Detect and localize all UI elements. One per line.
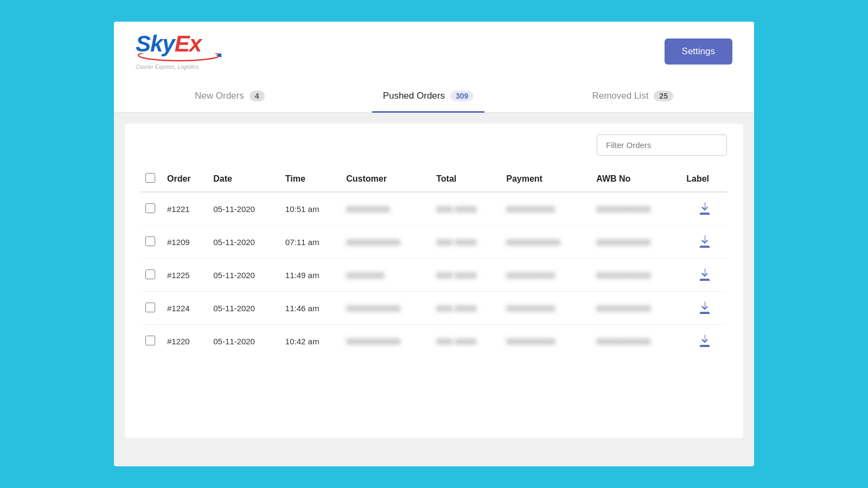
row-checkbox[interactable] [145, 236, 155, 246]
row-order: #1221 [163, 192, 209, 226]
row-payment: XXXXXXXXX [502, 259, 592, 292]
download-icon [697, 234, 712, 249]
row-label-cell [682, 226, 727, 259]
tab-removed-list[interactable]: Removed List 25 [581, 81, 684, 113]
row-awb: XXXXXXXXXX [592, 325, 682, 358]
download-icon [697, 267, 712, 282]
logo-ex: Ex [175, 31, 201, 56]
row-customer: XXXXXXXXXX [342, 226, 432, 259]
row-time: 11:46 am [281, 292, 342, 325]
row-awb: XXXXXXXXXX [592, 192, 682, 226]
row-checkbox-cell [141, 325, 163, 358]
col-time: Time [281, 166, 342, 192]
filter-row [141, 134, 727, 156]
row-order: #1225 [163, 259, 209, 292]
col-awb: AWB No [592, 166, 682, 192]
row-date: 05-11-2020 [209, 226, 281, 259]
download-label-button[interactable] [686, 267, 723, 282]
row-payment: XXXXXXXXX [502, 292, 592, 325]
tab-pushed-orders-label: Pushed Orders [383, 91, 445, 101]
row-total: XXX XXXX [432, 325, 502, 358]
tab-new-orders-label: New Orders [195, 91, 244, 101]
row-total: XXX XXXX [432, 292, 502, 325]
row-checkbox-cell [141, 192, 163, 226]
select-all-checkbox[interactable] [145, 173, 155, 183]
tab-removed-list-badge: 25 [654, 91, 673, 101]
row-payment: XXXXXXXXXX [502, 226, 592, 259]
orders-table: Order Date Time Customer Total Payment A… [141, 166, 727, 357]
row-label-cell [682, 192, 727, 226]
tab-pushed-orders-badge: 309 [450, 91, 474, 101]
row-checkbox-cell [141, 226, 163, 259]
row-customer: XXXXXXXXXX [342, 292, 432, 325]
col-order: Order [163, 166, 209, 192]
tab-new-orders-badge: 4 [250, 91, 265, 101]
row-payment: XXXXXXXXX [502, 192, 592, 226]
col-total: Total [432, 166, 502, 192]
download-icon [697, 333, 712, 349]
content-area: Order Date Time Customer Total Payment A… [125, 124, 743, 438]
tab-removed-list-label: Removed List [592, 91, 648, 101]
logo-text: SkyEx [136, 31, 201, 56]
row-total: XXX XXXX [432, 226, 502, 259]
download-icon [697, 201, 712, 216]
row-time: 07:11 am [281, 226, 342, 259]
row-order: #1220 [163, 325, 209, 358]
tab-pushed-orders[interactable]: Pushed Orders 309 [372, 81, 485, 113]
tabs-container: New Orders 4 Pushed Orders 309 Removed L… [114, 81, 754, 113]
row-order: #1209 [163, 226, 209, 259]
table-row: #1225 05-11-2020 11:49 am XXXXXXX XXX XX… [141, 259, 727, 292]
row-total: XXX XXXX [432, 259, 502, 292]
settings-button[interactable]: Settings [665, 38, 732, 65]
col-checkbox [141, 166, 163, 192]
row-label-cell [682, 259, 727, 292]
row-customer: XXXXXXX [342, 259, 432, 292]
table-row: #1224 05-11-2020 11:46 am XXXXXXXXXX XXX… [141, 292, 727, 325]
download-label-button[interactable] [686, 201, 723, 216]
logo-area: SkyEx Courier Express, Logistics [136, 33, 222, 70]
header: SkyEx Courier Express, Logistics Setting… [114, 22, 754, 81]
row-awb: XXXXXXXXXX [592, 259, 682, 292]
row-awb: XXXXXXXXXX [592, 226, 682, 259]
row-date: 05-11-2020 [209, 259, 281, 292]
svg-rect-2 [699, 213, 710, 215]
download-label-button[interactable] [686, 234, 723, 249]
row-date: 05-11-2020 [209, 292, 281, 325]
table-row: #1221 05-11-2020 10:51 am XXXXXXXX XXX X… [141, 192, 727, 226]
svg-rect-4 [699, 279, 710, 281]
row-awb: XXXXXXXXXX [592, 292, 682, 325]
row-time: 10:51 am [281, 192, 342, 226]
row-payment: XXXXXXXXX [502, 325, 592, 358]
row-label-cell [682, 325, 727, 358]
row-date: 05-11-2020 [209, 325, 281, 358]
svg-rect-3 [699, 246, 710, 248]
main-container: SkyEx Courier Express, Logistics Setting… [114, 22, 754, 466]
row-order: #1224 [163, 292, 209, 325]
row-time: 10:42 am [281, 325, 342, 358]
row-label-cell [682, 292, 727, 325]
table-row: #1220 05-11-2020 10:42 am XXXXXXXXXX XXX… [141, 325, 727, 358]
table-row: #1209 05-11-2020 07:11 am XXXXXXXXXX XXX… [141, 226, 727, 259]
download-icon [697, 300, 712, 316]
logo-wrapper: SkyEx [136, 33, 201, 55]
table-header: Order Date Time Customer Total Payment A… [141, 166, 727, 192]
row-checkbox[interactable] [145, 303, 155, 312]
row-checkbox[interactable] [145, 203, 155, 213]
tab-new-orders[interactable]: New Orders 4 [184, 81, 275, 113]
row-checkbox[interactable] [145, 269, 155, 279]
table-body: #1221 05-11-2020 10:51 am XXXXXXXX XXX X… [141, 192, 727, 357]
row-date: 05-11-2020 [209, 192, 281, 226]
download-label-button[interactable] [686, 333, 723, 349]
col-date: Date [209, 166, 281, 192]
download-label-button[interactable] [686, 300, 723, 316]
row-checkbox-cell [141, 292, 163, 325]
logo-tagline: Courier Express, Logistics [136, 64, 199, 70]
row-checkbox-cell [141, 259, 163, 292]
col-label: Label [682, 166, 727, 192]
filter-input[interactable] [597, 134, 727, 156]
row-total: XXX XXXX [432, 192, 502, 226]
row-checkbox[interactable] [145, 336, 155, 345]
row-customer: XXXXXXXX [342, 192, 432, 226]
svg-rect-6 [699, 345, 710, 347]
col-payment: Payment [502, 166, 592, 192]
